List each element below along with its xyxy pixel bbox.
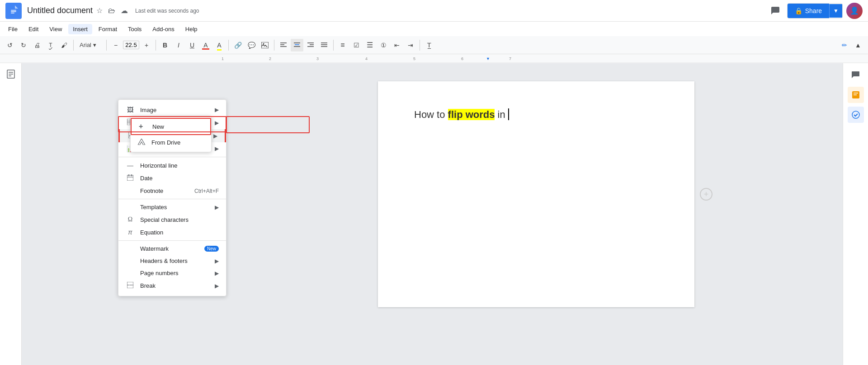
toolbar-divider-7: [420, 40, 420, 51]
left-sidebar: [0, 63, 22, 365]
drawing-new-item[interactable]: + New: [131, 118, 211, 135]
insert-break-item[interactable]: Break ▶: [118, 279, 226, 292]
chart-arrow: ▶: [215, 145, 219, 152]
align-left-button[interactable]: [277, 39, 290, 51]
drawing-submenu[interactable]: + New From Drive: [130, 116, 212, 152]
font-size-decrease[interactable]: −: [109, 39, 122, 51]
underline-button[interactable]: U: [186, 39, 198, 51]
add-content-button[interactable]: +: [700, 188, 712, 201]
numbered-list-button[interactable]: ①: [377, 39, 390, 51]
bold-button[interactable]: B: [159, 39, 171, 51]
text-cursor: [508, 108, 509, 120]
font-selector[interactable]: Arial ▾: [76, 40, 104, 50]
menu-view[interactable]: View: [45, 24, 66, 34]
insert-image-item[interactable]: 🖼 Image ▶: [118, 103, 226, 116]
insert-break-label: Break: [140, 282, 215, 289]
spellcheck-button[interactable]: T: [44, 39, 57, 51]
insert-image-label: Image: [140, 107, 215, 113]
footnote-shortcut: Ctrl+Alt+F: [194, 188, 219, 194]
text-color-button[interactable]: A: [199, 39, 212, 51]
italic-button[interactable]: I: [172, 39, 185, 51]
redo-button[interactable]: ↻: [17, 39, 30, 51]
align-justify-button[interactable]: [318, 39, 330, 51]
share-dropdown-arrow[interactable]: ▼: [829, 4, 842, 18]
doc-title[interactable]: Untitled document: [27, 6, 93, 15]
edit-mode-button[interactable]: ✏: [838, 39, 851, 51]
undo-button[interactable]: ↺: [4, 39, 16, 51]
checklist-button[interactable]: ☑: [350, 39, 363, 51]
toolbar-divider-1: [73, 40, 74, 51]
insert-image-button[interactable]: [259, 39, 271, 51]
insert-hline-item[interactable]: — Horizontal line: [118, 159, 226, 172]
right-sidebar-chat[interactable]: [848, 67, 864, 83]
insert-templates-label: Templates: [140, 204, 215, 211]
menu-format[interactable]: Format: [94, 24, 122, 34]
share-button-area[interactable]: 🔒 Share ▼: [787, 3, 843, 19]
hline-icon: —: [126, 162, 135, 169]
insert-special-chars-item[interactable]: Ω Special characters: [118, 213, 226, 226]
line-spacing-button[interactable]: ≡: [336, 39, 349, 51]
insert-equation-item[interactable]: π Equation: [118, 226, 226, 239]
menu-edit[interactable]: Edit: [24, 24, 43, 34]
insert-watermark-item[interactable]: Watermark New: [118, 243, 226, 255]
insert-equation-label: Equation: [140, 229, 219, 236]
new-drawing-icon: +: [139, 122, 148, 131]
insert-special-chars-label: Special characters: [140, 216, 219, 223]
user-avatar[interactable]: 👤: [846, 3, 863, 19]
sidebar-document-icon[interactable]: [4, 67, 18, 81]
folder-icon[interactable]: 🗁: [108, 7, 115, 15]
insert-footnote-item[interactable]: Footnote Ctrl+Alt+F: [118, 185, 226, 197]
menu-section-watermark: Watermark New Headers & footers ▶ Page n…: [118, 241, 226, 294]
menu-file[interactable]: File: [4, 24, 22, 34]
indent-less-button[interactable]: ⇤: [391, 39, 403, 51]
font-size-increase[interactable]: +: [140, 39, 153, 51]
menu-addons[interactable]: Add-ons: [148, 24, 179, 34]
break-icon: [126, 282, 135, 290]
drawing-drive-item[interactable]: From Drive: [131, 135, 211, 150]
menu-help[interactable]: Help: [181, 24, 202, 34]
special-chars-icon: Ω: [126, 216, 135, 223]
insert-watermark-label: Watermark: [140, 245, 202, 252]
link-button[interactable]: 🔗: [231, 39, 244, 51]
title-icons: ☆ 🗁 ☁: [96, 6, 128, 15]
menu-insert[interactable]: Insert: [68, 24, 92, 34]
insert-page-numbers-label: Page numbers: [140, 270, 215, 276]
doc-page-area: How to flip words in +: [230, 81, 843, 307]
font-name-text: Arial: [80, 42, 91, 48]
insert-page-numbers-item[interactable]: Page numbers ▶: [118, 267, 226, 279]
toolbar-collapse-button[interactable]: ▲: [852, 39, 864, 51]
drawing-arrow: ▶: [213, 133, 217, 139]
cloud-icon[interactable]: ☁: [121, 6, 128, 15]
align-right-button[interactable]: [304, 39, 317, 51]
align-center-button[interactable]: [291, 39, 303, 51]
font-size-input[interactable]: 22.5: [123, 41, 139, 49]
paintformat-button[interactable]: 🖌: [58, 39, 71, 51]
svg-text:▼: ▼: [486, 56, 490, 61]
last-edit-text: Last edit was seconds ago: [135, 8, 199, 14]
watermark-badge: New: [204, 246, 219, 252]
clear-formatting-button[interactable]: T̲: [423, 39, 435, 51]
print-button[interactable]: 🖨: [31, 39, 43, 51]
toolbar-divider-6: [333, 40, 334, 51]
svg-text:1: 1: [222, 56, 224, 61]
comments-button[interactable]: [767, 3, 783, 19]
insert-headers-footers-item[interactable]: Headers & footers ▶: [118, 255, 226, 267]
highlight-color-button[interactable]: A: [213, 39, 226, 51]
doc-page[interactable]: How to flip words in +: [378, 81, 694, 307]
star-icon[interactable]: ☆: [96, 6, 103, 15]
doc-prefix: How to: [414, 109, 448, 120]
insert-date-item[interactable]: Date: [118, 172, 226, 185]
svg-text:3: 3: [316, 56, 319, 61]
menu-section-templates: Templates ▶ Ω Special characters π Equat…: [118, 199, 226, 241]
right-sidebar-note[interactable]: [848, 87, 864, 103]
insert-templates-item[interactable]: Templates ▶: [118, 201, 226, 213]
menu-tools[interactable]: Tools: [123, 24, 146, 34]
share-button[interactable]: 🔒 Share: [788, 4, 829, 18]
top-right-area: 🔒 Share ▼ 👤: [767, 3, 863, 19]
insert-comment-button[interactable]: 💬: [245, 39, 258, 51]
doc-area: 🖼 Image ▶ Table ▶ Drawing ▶: [22, 63, 843, 365]
right-sidebar-tasks[interactable]: [848, 107, 864, 123]
toolbar-divider-2: [106, 40, 107, 51]
bullet-list-button[interactable]: ☰: [363, 39, 376, 51]
indent-more-button[interactable]: ⇥: [404, 39, 417, 51]
